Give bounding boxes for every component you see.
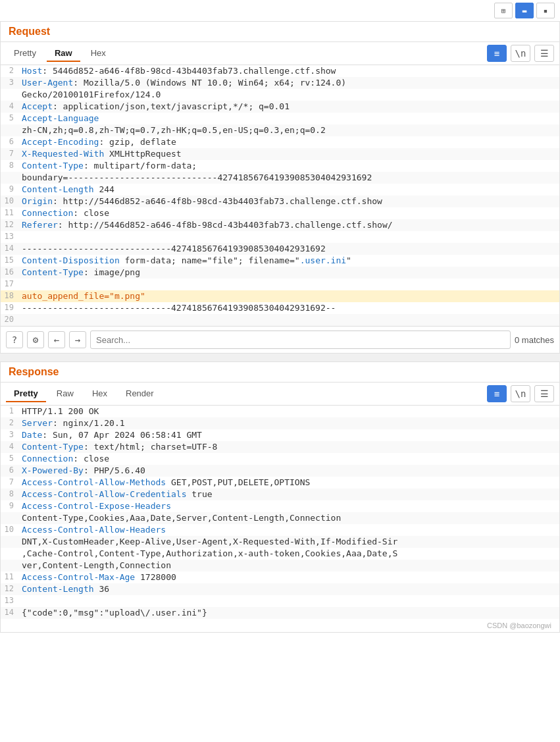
- request-tab-raw[interactable]: Raw: [47, 45, 80, 62]
- line-number: 15: [1, 255, 19, 267]
- line-number: [1, 89, 19, 101]
- response-line: 12Content-Length 36: [1, 583, 559, 595]
- line-number: 8: [1, 160, 19, 172]
- search-prev-btn[interactable]: ←: [48, 331, 65, 348]
- line-number: 11: [1, 571, 19, 583]
- response-line: 1HTTP/1.1 200 OK: [1, 406, 559, 417]
- response-line: 14{"code":0,"msg":"upload\/.user.ini"}: [1, 607, 559, 619]
- response-line: DNT,X-CustomHeader,Keep-Alive,User-Agent…: [1, 536, 559, 548]
- response-tab-render[interactable]: Render: [118, 386, 162, 402]
- view-btn-grid[interactable]: ⊞: [494, 3, 513, 18]
- line-content: Content-Length 36: [19, 583, 559, 595]
- response-line: Content-Type,Cookies,Aaa,Date,Server,Con…: [1, 512, 559, 524]
- line-number: 14: [1, 243, 19, 255]
- search-matches-count: 0 matches: [515, 335, 554, 345]
- line-content: X-Powered-By: PHP/5.6.40: [19, 465, 559, 477]
- line-number: 4: [1, 101, 19, 113]
- line-number: 5: [1, 453, 19, 465]
- response-line: 11Access-Control-Max-Age 1728000: [1, 571, 559, 583]
- line-number: 6: [1, 136, 19, 148]
- request-line: 6Accept-Encoding: gzip, deflate: [1, 136, 559, 148]
- request-line: Gecko/20100101Firefox/124.0: [1, 89, 559, 101]
- line-content: {"code":0,"msg":"upload\/.user.ini"}: [19, 607, 559, 619]
- request-line: 11Connection: close: [1, 207, 559, 219]
- response-newline-btn[interactable]: \n: [511, 385, 530, 402]
- line-content: Gecko/20100101Firefox/124.0: [19, 89, 559, 101]
- line-content: -----------------------------42741856764…: [19, 243, 559, 255]
- line-content: Server: nginx/1.20.1: [19, 417, 559, 429]
- response-tab-raw[interactable]: Raw: [49, 386, 82, 402]
- line-content: Content-Type: multipart/form-data;: [19, 160, 559, 172]
- line-number: 6: [1, 465, 19, 477]
- request-search-bar: ? ⚙ ← → 0 matches: [1, 326, 559, 353]
- line-content: Origin: http://5446d852-a646-4f8b-98cd-4…: [19, 196, 559, 207]
- line-content: [19, 595, 559, 607]
- response-line: ver,Content-Length,Connection: [1, 560, 559, 571]
- line-content: Connection: close: [19, 207, 559, 219]
- line-number: 14: [1, 607, 19, 619]
- line-number: 10: [1, 524, 19, 536]
- request-code-area: 2Host: 5446d852-a646-4f8b-98cd-43b4403fa…: [1, 65, 559, 326]
- view-toggle-area: ⊞ ▬ ▪: [0, 0, 560, 21]
- line-content: Content-Type: text/html; charset=UTF-8: [19, 441, 559, 453]
- line-number: [1, 548, 19, 560]
- line-number: 16: [1, 267, 19, 278]
- search-settings-btn[interactable]: ⚙: [27, 331, 44, 348]
- line-content: boundary=-----------------------------42…: [19, 172, 559, 184]
- line-number: 9: [1, 500, 19, 512]
- line-content: Access-Control-Allow-Credentials true: [19, 489, 559, 500]
- response-line: 3Date: Sun, 07 Apr 2024 06:58:41 GMT: [1, 429, 559, 441]
- line-number: 11: [1, 207, 19, 219]
- line-content: Content-Type: image/png: [19, 267, 559, 278]
- request-tab-pretty[interactable]: Pretty: [6, 45, 44, 62]
- request-line: 2Host: 5446d852-a646-4f8b-98cd-43b4403fa…: [1, 65, 559, 77]
- request-line: 7X-Requested-With XMLHttpRequest: [1, 148, 559, 160]
- line-number: 13: [1, 595, 19, 607]
- line-content: ,Cache-Control,Content-Type,Authorizatio…: [19, 548, 559, 560]
- line-content: [19, 314, 559, 326]
- search-help-btn[interactable]: ?: [6, 331, 23, 348]
- line-content: Accept: application/json,text/javascript…: [19, 101, 559, 113]
- line-number: 12: [1, 583, 19, 595]
- line-number: [1, 560, 19, 571]
- response-line: 8Access-Control-Allow-Credentials true: [1, 489, 559, 500]
- line-number: 20: [1, 314, 19, 326]
- request-wrap-btn[interactable]: ☰: [534, 45, 554, 62]
- request-line: 3User-Agent: Mozilla/5.0 (Windows NT 10.…: [1, 77, 559, 89]
- line-content: Access-Control-Max-Age 1728000: [19, 571, 559, 583]
- search-input[interactable]: [90, 331, 511, 349]
- line-number: 3: [1, 77, 19, 89]
- line-content: -----------------------------42741856764…: [19, 302, 559, 314]
- request-tab-hex[interactable]: Hex: [83, 45, 114, 62]
- view-btn-small[interactable]: ▪: [536, 3, 555, 18]
- response-format-btn[interactable]: ≡: [487, 385, 507, 402]
- line-number: [1, 512, 19, 524]
- line-number: 2: [1, 417, 19, 429]
- line-content: Accept-Language: [19, 113, 559, 124]
- request-format-btn[interactable]: ≡: [487, 45, 507, 62]
- response-tab-hex[interactable]: Hex: [84, 386, 115, 402]
- line-number: 7: [1, 477, 19, 489]
- request-line: zh-CN,zh;q=0.8,zh-TW;q=0.7,zh-HK;q=0.5,e…: [1, 124, 559, 136]
- request-header: Request: [1, 22, 559, 42]
- line-number: 17: [1, 278, 19, 290]
- line-content: Date: Sun, 07 Apr 2024 06:58:41 GMT: [19, 429, 559, 441]
- response-wrap-btn[interactable]: ☰: [534, 385, 554, 402]
- request-line: 14-----------------------------427418567…: [1, 243, 559, 255]
- search-next-btn[interactable]: →: [69, 331, 86, 348]
- line-number: 13: [1, 231, 19, 243]
- request-line: 4Accept: application/json,text/javascrip…: [1, 101, 559, 113]
- request-section: Request Pretty Raw Hex ≡ \n ☰ 2Host: 544…: [0, 21, 560, 354]
- response-line: 13: [1, 595, 559, 607]
- request-newline-btn[interactable]: \n: [511, 45, 530, 62]
- response-tab-pretty[interactable]: Pretty: [6, 386, 46, 402]
- request-line: 13: [1, 231, 559, 243]
- line-number: 5: [1, 113, 19, 124]
- line-content: DNT,X-CustomHeader,Keep-Alive,User-Agent…: [19, 536, 559, 548]
- line-content: zh-CN,zh;q=0.8,zh-TW;q=0.7,zh-HK;q=0.5,e…: [19, 124, 559, 136]
- view-btn-list[interactable]: ▬: [515, 3, 534, 18]
- line-content: X-Requested-With XMLHttpRequest: [19, 148, 559, 160]
- response-line: 10Access-Control-Allow-Headers: [1, 524, 559, 536]
- request-tab-bar: Pretty Raw Hex ≡ \n ☰: [1, 42, 559, 65]
- line-number: 8: [1, 489, 19, 500]
